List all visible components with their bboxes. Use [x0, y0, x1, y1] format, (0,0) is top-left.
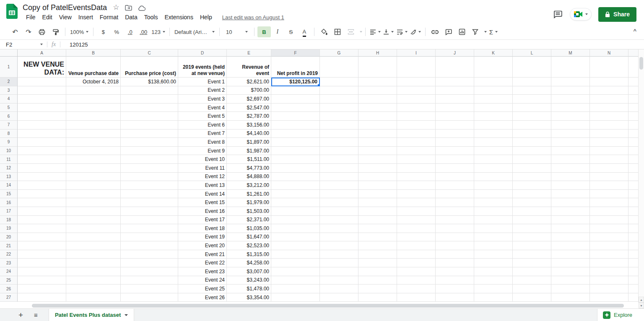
cell-L25[interactable]	[513, 276, 551, 285]
explore-button[interactable]: Explore	[597, 309, 644, 321]
cell-N23[interactable]	[590, 259, 628, 267]
cell-D7[interactable]: Event 6	[178, 121, 227, 129]
format-currency-button[interactable]: $	[96, 26, 110, 37]
cell-J7[interactable]	[436, 121, 474, 129]
row-header-7[interactable]: 7	[0, 121, 18, 129]
cell-M12[interactable]	[551, 164, 590, 173]
cell-F5[interactable]	[271, 104, 320, 112]
collapse-toolbar-button[interactable]: ^	[633, 28, 636, 34]
cell-G4[interactable]	[320, 95, 358, 104]
cell-L15[interactable]	[513, 190, 551, 199]
row-header-6[interactable]: 6	[0, 112, 18, 121]
cell-M5[interactable]	[551, 104, 590, 112]
print-button[interactable]	[35, 26, 49, 37]
cell-I14[interactable]	[397, 181, 436, 190]
cell-H16[interactable]	[358, 198, 397, 207]
font-family-select[interactable]: Default (Ari…	[173, 26, 216, 37]
cell-J12[interactable]	[436, 164, 474, 173]
cell-D9[interactable]: Event 8	[178, 138, 227, 147]
cell-L22[interactable]	[513, 250, 551, 259]
cell-D4[interactable]: Event 3	[178, 95, 227, 104]
vertical-scrollbar-thumb[interactable]	[639, 57, 643, 70]
cell-partial-13[interactable]	[628, 173, 639, 181]
cell-A24[interactable]	[18, 267, 66, 276]
cell-partial-9[interactable]	[628, 138, 639, 147]
cell-H20[interactable]	[358, 233, 397, 242]
cell-H14[interactable]	[358, 181, 397, 190]
cell-B14[interactable]	[66, 181, 121, 190]
vertical-align-button[interactable]	[382, 26, 395, 37]
cell-K19[interactable]	[474, 224, 513, 233]
cell-I27[interactable]	[397, 293, 436, 302]
cell-H3[interactable]	[358, 86, 397, 95]
row-header-16[interactable]: 16	[0, 198, 18, 207]
cell-L10[interactable]	[513, 147, 551, 155]
cell-D19[interactable]: Event 18	[178, 224, 227, 233]
cell-H5[interactable]	[358, 104, 397, 112]
cell-K11[interactable]	[474, 155, 513, 164]
row-header-19[interactable]: 19	[0, 224, 18, 233]
cell-N4[interactable]	[590, 95, 628, 104]
cell-I12[interactable]	[397, 164, 436, 173]
redo-button[interactable]: ↷	[22, 26, 35, 37]
scroll-up-button[interactable]: ▲	[639, 297, 644, 303]
cell-M4[interactable]	[551, 95, 590, 104]
menu-data[interactable]: Data	[122, 13, 141, 22]
cell-J24[interactable]	[436, 267, 474, 276]
cell-L24[interactable]	[513, 267, 551, 276]
cell-C23[interactable]	[121, 259, 178, 267]
cell-E26[interactable]: $1,478.00	[227, 285, 271, 293]
meet-button[interactable]	[570, 8, 592, 21]
insert-comment-button[interactable]	[442, 26, 455, 37]
cell-D5[interactable]: Event 4	[178, 104, 227, 112]
cell-M21[interactable]	[551, 241, 590, 250]
menu-format[interactable]: Format	[96, 13, 122, 22]
cell-I6[interactable]	[397, 112, 436, 121]
cell-M25[interactable]	[551, 276, 590, 285]
cell-B19[interactable]	[66, 224, 121, 233]
cell-M14[interactable]	[551, 181, 590, 190]
cell-K3[interactable]	[474, 86, 513, 95]
cell-I24[interactable]	[397, 267, 436, 276]
cell-H4[interactable]	[358, 95, 397, 104]
row-header-14[interactable]: 14	[0, 181, 18, 190]
cell-L4[interactable]	[513, 95, 551, 104]
column-header-L[interactable]: L	[513, 49, 551, 57]
cell-A17[interactable]	[18, 207, 66, 216]
cell-D22[interactable]: Event 21	[178, 250, 227, 259]
cell-G20[interactable]	[320, 233, 358, 242]
menu-help[interactable]: Help	[197, 13, 216, 22]
cell-L20[interactable]	[513, 233, 551, 242]
cell-E25[interactable]: $3,243.00	[227, 276, 271, 285]
font-size-select[interactable]: 10	[223, 26, 251, 37]
cell-F18[interactable]	[271, 216, 320, 225]
cell-H8[interactable]	[358, 129, 397, 138]
cell-N6[interactable]	[590, 112, 628, 121]
cell-N9[interactable]	[590, 138, 628, 147]
cell-C18[interactable]	[121, 216, 178, 225]
cell-K26[interactable]	[474, 285, 513, 293]
cell-F4[interactable]	[271, 95, 320, 104]
move-folder-icon[interactable]	[125, 5, 132, 11]
cell-G10[interactable]	[320, 147, 358, 155]
cell-partial-1[interactable]	[628, 57, 639, 78]
cell-C2[interactable]: $138,600.00	[121, 78, 178, 86]
cell-C14[interactable]	[121, 181, 178, 190]
cell-J1[interactable]	[436, 57, 474, 78]
cell-E4[interactable]: $2,697.00	[227, 95, 271, 104]
cell-partial-14[interactable]	[628, 181, 639, 190]
cell-C15[interactable]	[121, 190, 178, 199]
cell-B22[interactable]	[66, 250, 121, 259]
text-color-button[interactable]: A	[298, 26, 311, 37]
column-header-C[interactable]: C	[121, 49, 178, 57]
cell-K1[interactable]	[474, 57, 513, 78]
cell-I10[interactable]	[397, 147, 436, 155]
cell-L21[interactable]	[513, 241, 551, 250]
cell-partial-2[interactable]	[628, 78, 639, 86]
column-header-G[interactable]: G	[320, 49, 358, 57]
cell-C20[interactable]	[121, 233, 178, 242]
row-header-15[interactable]: 15	[0, 190, 18, 199]
cell-B9[interactable]	[66, 138, 121, 147]
cell-G7[interactable]	[320, 121, 358, 129]
cell-N25[interactable]	[590, 276, 628, 285]
